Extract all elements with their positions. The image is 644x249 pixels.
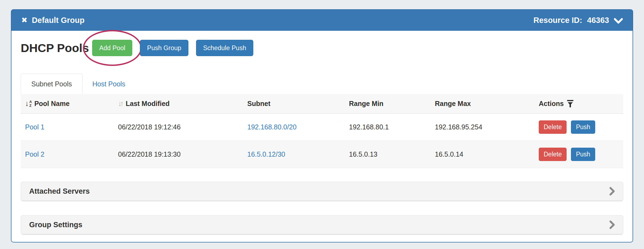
column-header-range-min[interactable]: Range Min	[345, 94, 431, 114]
resource-id-label: Resource ID:	[533, 16, 582, 25]
title-row: DHCP Pools Add Pool Push Group Schedule …	[21, 40, 623, 56]
column-header-subnet[interactable]: Subnet	[243, 94, 345, 114]
range-max-cell: 192.168.95.254	[431, 114, 534, 141]
chevron-down-icon	[614, 18, 623, 24]
range-max-cell: 16.5.0.14	[431, 141, 534, 168]
accordion-group-settings[interactable]: Group Settings	[21, 215, 623, 234]
panel-content: DHCP Pools Add Pool Push Group Schedule …	[11, 40, 633, 234]
resource-id-toggle[interactable]: Resource ID: 46363	[533, 16, 623, 25]
table-header-row: ↓ A Z Pool Name ↓	[21, 94, 623, 114]
sort-unsorted-icon: ↓ ↑	[118, 100, 122, 107]
push-group-wrap: Push Group	[140, 40, 188, 56]
pool-tabs: Subnet Pools Host Pools	[21, 74, 623, 94]
column-header-range-max[interactable]: Range Max	[431, 94, 534, 114]
push-button[interactable]: Push	[571, 120, 595, 134]
column-header-pool-name[interactable]: ↓ A Z Pool Name	[21, 94, 114, 114]
add-pool-wrap: Add Pool	[92, 40, 132, 56]
push-button[interactable]: Push	[571, 148, 595, 161]
accordion-label: Attached Servers	[29, 187, 90, 196]
sort-alpha-asc-icon: ↓ A Z	[25, 100, 32, 107]
tab-subnet-pools[interactable]: Subnet Pools	[21, 74, 83, 94]
resource-id-value: 46363	[587, 16, 609, 25]
table-row: Pool 1 06/22/2018 19:12:46 192.168.80.0/…	[21, 114, 623, 141]
chevron-right-icon	[609, 187, 615, 196]
last-modified-cell: 06/22/2018 19:13:30	[114, 141, 243, 168]
range-min-cell: 192.168.80.1	[345, 114, 431, 141]
panel-header: ✖ Default Group Resource ID: 46363	[11, 10, 633, 31]
group-panel: ✖ Default Group Resource ID: 46363 DHCP …	[11, 9, 633, 242]
add-pool-button[interactable]: Add Pool	[92, 40, 132, 56]
last-modified-cell: 06/22/2018 19:12:46	[114, 114, 243, 141]
column-header-last-modified[interactable]: ↓ ↑ Last Modified	[114, 94, 243, 114]
column-header-actions[interactable]: Actions	[534, 94, 623, 114]
delete-button[interactable]: Delete	[539, 120, 567, 134]
subnet-link[interactable]: 16.5.0.12/30	[247, 150, 285, 158]
push-group-button[interactable]: Push Group	[140, 40, 188, 56]
page-background: { "colors": { "page_bg": "#e9edf0", "hea…	[0, 0, 644, 249]
pool-name-link[interactable]: Pool 1	[25, 123, 44, 131]
panel-header-left: ✖ Default Group	[21, 16, 85, 25]
chevron-right-icon	[609, 220, 615, 229]
group-title: Default Group	[32, 16, 85, 25]
subnet-link[interactable]: 192.168.80.0/20	[247, 123, 297, 131]
tab-host-pools[interactable]: Host Pools	[83, 74, 135, 94]
filter-icon[interactable]	[567, 100, 574, 108]
close-icon[interactable]: ✖	[21, 17, 28, 24]
schedule-push-button[interactable]: Schedule Push	[196, 40, 253, 56]
accordion-label: Group Settings	[29, 221, 82, 229]
accordion-attached-servers[interactable]: Attached Servers	[21, 182, 623, 201]
delete-button[interactable]: Delete	[539, 148, 567, 161]
subnet-pools-table: ↓ A Z Pool Name ↓	[21, 94, 623, 168]
schedule-push-wrap: Schedule Push	[196, 40, 253, 56]
pool-name-link[interactable]: Pool 2	[25, 150, 44, 158]
page-title: DHCP Pools	[21, 42, 89, 54]
range-min-cell: 16.5.0.13	[345, 141, 431, 168]
table-row: Pool 2 06/22/2018 19:13:30 16.5.0.12/30 …	[21, 141, 623, 168]
